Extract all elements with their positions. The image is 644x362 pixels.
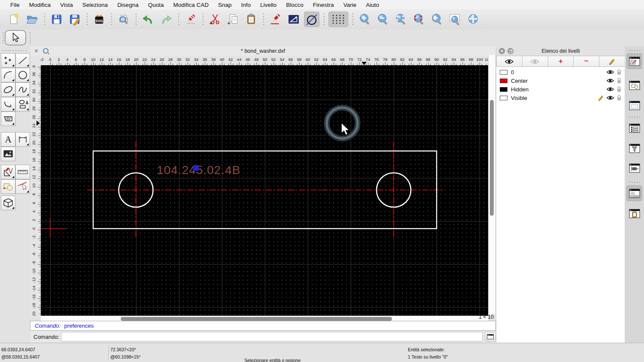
select-tool-button[interactable] bbox=[5, 30, 26, 45]
menu-finestra[interactable]: Finestra bbox=[308, 2, 339, 8]
menu-varie[interactable]: Varie bbox=[339, 2, 361, 8]
arc-tool-button[interactable] bbox=[1, 68, 15, 82]
layer-visibility-icon[interactable] bbox=[607, 95, 614, 100]
drag-handle[interactable] bbox=[628, 181, 641, 183]
zoom-selected-button[interactable] bbox=[411, 12, 427, 27]
polyline-tool-button[interactable] bbox=[1, 97, 15, 112]
add-layer-button[interactable]: + bbox=[548, 56, 574, 67]
layer-lock-icon[interactable] bbox=[617, 86, 622, 92]
menu-disegna[interactable]: Disegna bbox=[112, 2, 143, 8]
new-file-button[interactable] bbox=[6, 12, 22, 27]
menu-livello[interactable]: Livello bbox=[255, 2, 281, 8]
text-tool-button[interactable]: A bbox=[1, 132, 15, 147]
svg-export-button[interactable]: SVG bbox=[91, 12, 107, 27]
redo-button[interactable] bbox=[158, 12, 174, 27]
image-tool-button[interactable] bbox=[1, 147, 15, 161]
command-input[interactable] bbox=[61, 332, 483, 341]
drag-handle[interactable] bbox=[29, 31, 31, 44]
dock-pen-wizard-button[interactable] bbox=[626, 160, 642, 176]
paste-button[interactable] bbox=[243, 12, 259, 27]
menu-aiuto[interactable]: Aiuto bbox=[361, 2, 384, 8]
layer-color-swatch[interactable] bbox=[500, 78, 507, 83]
dock-pen-palette-button[interactable] bbox=[626, 53, 642, 69]
snap-grid-button[interactable] bbox=[328, 12, 348, 27]
layer-lock-icon[interactable] bbox=[617, 95, 622, 101]
centerlines[interactable] bbox=[87, 142, 444, 238]
delete-button[interactable] bbox=[183, 12, 198, 27]
remove-layer-button[interactable]: − bbox=[574, 56, 599, 67]
layer-row-hidden[interactable]: Hidden bbox=[496, 85, 625, 94]
menu-modifica[interactable]: Modifica bbox=[24, 2, 55, 8]
layer-lock-icon[interactable] bbox=[617, 78, 622, 84]
layer-color-swatch[interactable] bbox=[500, 87, 507, 92]
layer-visibility-icon[interactable] bbox=[607, 78, 614, 83]
dock-layer-list-button[interactable] bbox=[626, 120, 642, 136]
layer-visibility-icon[interactable] bbox=[607, 69, 614, 75]
isometric-tool-button[interactable] bbox=[1, 196, 15, 210]
drag-handle[interactable] bbox=[2, 31, 4, 44]
layer-row-center[interactable]: Center bbox=[496, 76, 625, 85]
spline-tool-button[interactable] bbox=[15, 82, 30, 97]
menu-modifica-cad[interactable]: Modifica CAD bbox=[168, 2, 213, 8]
vruler-label: 10 bbox=[31, 181, 36, 190]
menu-seleziona[interactable]: Seleziona bbox=[78, 2, 112, 8]
dock-entity-filter-button[interactable] bbox=[626, 140, 642, 156]
hatch-tool-button[interactable] bbox=[1, 112, 15, 126]
save-as-button[interactable] bbox=[67, 12, 82, 27]
measure-tool-button[interactable] bbox=[15, 165, 30, 179]
draft-mode-button[interactable] bbox=[304, 12, 319, 27]
dock-library-browser-button[interactable] bbox=[626, 97, 642, 113]
zoom-out-button[interactable] bbox=[375, 12, 391, 27]
modify-attributes-tool-button[interactable] bbox=[15, 179, 30, 194]
vertical-scrollbar[interactable] bbox=[488, 55, 495, 314]
edit-layer-button[interactable] bbox=[599, 56, 625, 67]
copy-button[interactable]: + bbox=[225, 12, 241, 27]
print-preview-button[interactable] bbox=[116, 12, 131, 27]
layer-color-swatch[interactable] bbox=[500, 70, 507, 75]
dock-command-widget-button[interactable]: < command bbox=[626, 185, 642, 201]
save-button[interactable] bbox=[49, 12, 64, 27]
drag-handle[interactable] bbox=[628, 116, 641, 118]
show-all-layers-button[interactable] bbox=[496, 56, 522, 67]
layer-row-0[interactable]: 0 bbox=[496, 68, 625, 76]
zoom-previous-button[interactable] bbox=[429, 12, 445, 27]
horizontal-scrollbar-thumb[interactable] bbox=[121, 317, 392, 321]
menu-info[interactable]: Info bbox=[237, 2, 256, 8]
draw-order-button[interactable] bbox=[286, 12, 301, 27]
menu-file[interactable]: File bbox=[6, 2, 24, 8]
layer-lock-icon[interactable] bbox=[617, 69, 622, 75]
layer-color-swatch[interactable] bbox=[500, 96, 507, 100]
undo-button[interactable] bbox=[140, 12, 156, 27]
layer-row-visible[interactable]: Visible bbox=[496, 94, 625, 102]
dock-block-list-button[interactable] bbox=[626, 77, 642, 93]
dock-clipboard-button[interactable] bbox=[626, 205, 642, 221]
menu-quota[interactable]: Quota bbox=[143, 2, 169, 8]
circle-tool-button[interactable] bbox=[15, 68, 30, 82]
zoom-auto-button[interactable] bbox=[393, 12, 409, 27]
shapes-tool-button[interactable] bbox=[15, 97, 30, 112]
zoom-pan-button[interactable] bbox=[465, 12, 481, 27]
zoom-in-button[interactable] bbox=[357, 12, 373, 27]
layer-visibility-icon[interactable] bbox=[607, 87, 614, 92]
status-bar: 68.0393,24.6407 @58.0393,15.6407 72.3637… bbox=[0, 343, 644, 362]
cut-button[interactable]: + bbox=[207, 12, 223, 27]
menu-vista[interactable]: Vista bbox=[55, 2, 78, 8]
menu-snap[interactable]: Snap bbox=[213, 2, 237, 8]
open-file-button[interactable] bbox=[24, 12, 40, 27]
drag-handle[interactable] bbox=[628, 50, 641, 51]
line-tool-button[interactable] bbox=[15, 53, 30, 68]
points-tool-button[interactable] bbox=[1, 53, 15, 68]
drawing-canvas[interactable]: 104.245.02.4B bbox=[41, 65, 488, 316]
explode-tool-button[interactable] bbox=[1, 179, 15, 194]
selection-handle[interactable] bbox=[193, 165, 199, 171]
drag-handle[interactable] bbox=[2, 50, 28, 51]
dimension-tool-button[interactable] bbox=[15, 132, 30, 147]
command-dock-button[interactable] bbox=[485, 332, 496, 341]
menu-blocco[interactable]: Blocco bbox=[281, 2, 308, 8]
edit-attributes-button[interactable] bbox=[268, 12, 283, 27]
modify-tool-button[interactable] bbox=[1, 165, 15, 179]
vertical-scrollbar-thumb[interactable] bbox=[490, 100, 494, 216]
hide-all-layers-button[interactable] bbox=[522, 56, 548, 67]
zoom-window-button[interactable] bbox=[447, 12, 463, 27]
ellipse-tool-button[interactable] bbox=[1, 82, 15, 97]
